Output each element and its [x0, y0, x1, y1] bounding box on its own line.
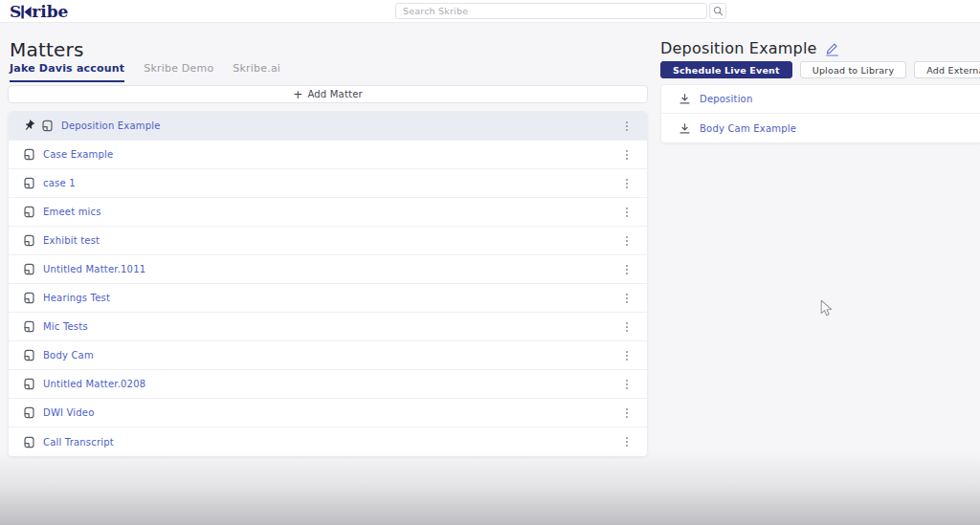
- matters-list: Deposition Example Case Example case 1: [8, 111, 648, 457]
- row-menu-button[interactable]: [620, 289, 634, 308]
- matter-icon: [23, 320, 35, 333]
- download-icon: [679, 93, 691, 105]
- pin-icon: [23, 120, 35, 132]
- matter-icon: [23, 292, 35, 304]
- matter-icon: [23, 349, 35, 361]
- page-title: Matters: [10, 38, 84, 61]
- row-menu-button[interactable]: [620, 317, 634, 337]
- tab-skribe-ai[interactable]: Skribe.ai: [233, 62, 280, 82]
- matter-label: Call Transcript: [43, 437, 114, 448]
- add-external-meeting-button[interactable]: Add External Meeting: [914, 61, 980, 78]
- matter-label: Emeet mics: [43, 207, 101, 217]
- app-window: Sribe Matters Jake Davis account Skribe …: [0, 0, 980, 525]
- matter-row[interactable]: Exhibit test: [9, 227, 647, 255]
- tab-skribe-demo[interactable]: Skribe Demo: [144, 62, 213, 82]
- matter-icon: [23, 263, 35, 275]
- matter-row[interactable]: case 1: [9, 169, 647, 198]
- matter-icon: [41, 120, 54, 132]
- matter-label: Hearings Test: [43, 293, 110, 303]
- event-file-row[interactable]: Body Cam Example: [661, 114, 980, 142]
- matter-label: case 1: [43, 178, 76, 188]
- matter-icon: [23, 378, 35, 390]
- event-files-list: Deposition Body Cam Example: [660, 84, 980, 143]
- matter-icon: [23, 436, 35, 448]
- mouse-cursor: [820, 299, 833, 317]
- matter-row[interactable]: Case Example: [9, 141, 647, 169]
- matter-label: Deposition Example: [61, 120, 161, 131]
- tab-jake-davis-account[interactable]: Jake Davis account: [10, 62, 124, 82]
- account-tabs: Jake Davis account Skribe Demo Skribe.ai: [10, 62, 280, 82]
- magnifier-icon: [713, 6, 724, 16]
- pencil-icon: [825, 42, 839, 56]
- matter-icon: [23, 148, 35, 161]
- matter-label: DWI Video: [43, 407, 95, 418]
- row-menu-button[interactable]: [620, 260, 634, 279]
- matter-label: Mic Tests: [43, 321, 88, 332]
- matter-row[interactable]: Deposition Example: [9, 112, 647, 141]
- upload-to-library-button[interactable]: Upload to Library: [800, 61, 906, 78]
- matter-row[interactable]: Untitled Matter.0208: [9, 370, 647, 399]
- matter-label: Case Example: [43, 149, 113, 160]
- row-menu-button[interactable]: [620, 375, 634, 394]
- search-button[interactable]: [709, 3, 726, 19]
- matter-row[interactable]: Mic Tests: [9, 313, 647, 341]
- matter-row[interactable]: Call Transcript: [9, 427, 647, 456]
- detail-actions: Schedule Live Event Upload to Library Ad…: [660, 61, 980, 78]
- event-file-row[interactable]: Deposition: [661, 85, 980, 114]
- edit-title-button[interactable]: [825, 40, 839, 56]
- matter-label: Exhibit test: [43, 235, 100, 246]
- logo-text-prefix: S: [10, 2, 21, 21]
- row-menu-button[interactable]: [620, 145, 634, 164]
- global-search: [395, 3, 726, 19]
- logo-text-suffix: ribe: [32, 2, 68, 21]
- matter-row[interactable]: Body Cam: [9, 341, 647, 370]
- matter-row[interactable]: Hearings Test: [9, 284, 647, 313]
- row-menu-button[interactable]: [620, 174, 634, 193]
- matter-row[interactable]: DWI Video: [9, 399, 647, 427]
- matter-icon: [23, 406, 35, 419]
- row-menu-button[interactable]: [620, 231, 634, 251]
- row-menu-button[interactable]: [620, 117, 634, 136]
- top-bar: Sribe: [0, 0, 980, 23]
- matter-row[interactable]: Untitled Matter.1011: [9, 255, 647, 284]
- add-matter-button[interactable]: + Add Matter: [8, 85, 648, 103]
- plus-icon: +: [293, 89, 302, 100]
- detail-header: Deposition Example: [660, 39, 839, 57]
- search-input[interactable]: [395, 3, 707, 19]
- bottom-gradient-shade: [0, 450, 980, 525]
- matter-label: Untitled Matter.0208: [43, 379, 145, 389]
- event-file-label: Body Cam Example: [700, 123, 796, 134]
- matter-icon: [23, 177, 35, 189]
- row-menu-button[interactable]: [620, 203, 634, 222]
- skribe-logo[interactable]: Sribe: [10, 1, 68, 22]
- matter-label: Untitled Matter.1011: [43, 264, 145, 274]
- add-matter-label: Add Matter: [307, 89, 362, 99]
- event-file-label: Deposition: [700, 94, 752, 104]
- row-menu-button[interactable]: [620, 432, 634, 451]
- matter-row[interactable]: Emeet mics: [9, 198, 647, 227]
- matter-label: Body Cam: [43, 350, 94, 361]
- detail-title: Deposition Example: [660, 39, 817, 57]
- matter-icon: [23, 234, 35, 247]
- download-icon: [679, 122, 691, 135]
- row-menu-button[interactable]: [620, 404, 634, 423]
- logo-k-glyph: [21, 5, 32, 19]
- schedule-live-event-button[interactable]: Schedule Live Event: [660, 61, 792, 78]
- matter-icon: [23, 206, 35, 218]
- row-menu-button[interactable]: [620, 346, 634, 365]
